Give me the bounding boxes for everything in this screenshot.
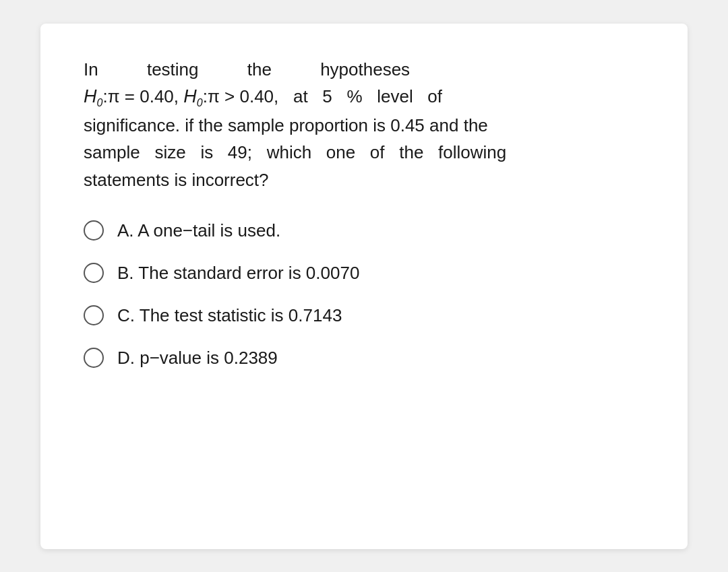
radio-d[interactable] [84, 348, 104, 368]
question-line3: significance. if the sample proportion i… [84, 112, 644, 139]
option-d[interactable]: D. p−value is 0.2389 [84, 348, 644, 369]
hypothesis-alt: H0 [183, 86, 202, 106]
option-a-label: A. A one−tail is used. [117, 220, 280, 241]
question-line5: statements is incorrect? [84, 166, 644, 193]
question-line2: H0:π = 0.40, H0:π > 0.40, at 5 % level o… [84, 83, 644, 112]
option-c-label: C. The test statistic is 0.7143 [117, 305, 342, 326]
option-b[interactable]: B. The standard error is 0.0070 [84, 263, 644, 284]
option-d-label: D. p−value is 0.2389 [117, 348, 278, 369]
radio-b[interactable] [84, 263, 104, 283]
radio-a[interactable] [84, 220, 104, 241]
options-list: A. A one−tail is used. B. The standard e… [84, 220, 644, 369]
option-a[interactable]: A. A one−tail is used. [84, 220, 644, 241]
option-c[interactable]: C. The test statistic is 0.7143 [84, 305, 644, 326]
radio-c[interactable] [84, 305, 104, 325]
question-card: In testing the hypotheses H0:π = 0.40, H… [40, 24, 688, 549]
hypothesis-null: H0 [84, 86, 102, 106]
question-body: In testing the hypotheses H0:π = 0.40, H… [84, 56, 644, 193]
question-line1: In testing the hypotheses [84, 56, 644, 83]
option-b-label: B. The standard error is 0.0070 [117, 263, 359, 284]
question-line4: sample size is 49; which one of the foll… [84, 139, 644, 166]
